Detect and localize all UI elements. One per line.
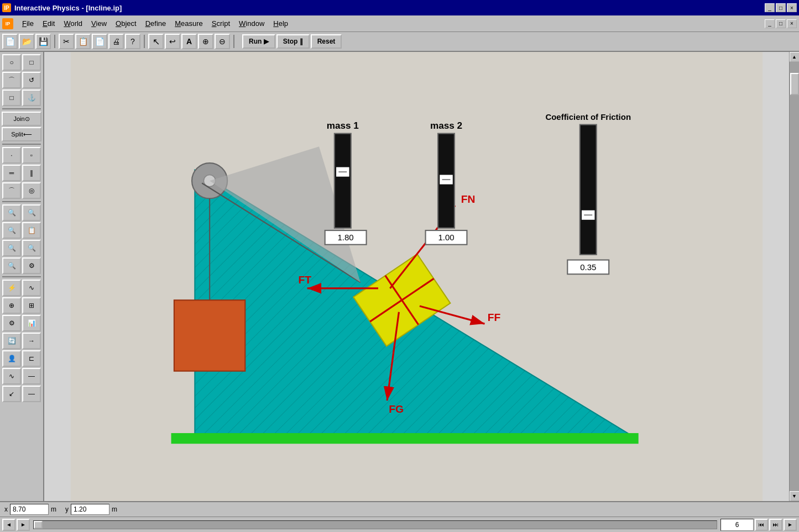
svg-rect-25 [335, 134, 351, 228]
measure-tool-3[interactable]: ⊕ [2, 297, 21, 314]
track-tool-7[interactable]: 🔍 [2, 257, 21, 274]
track-tool-6[interactable]: 🔍 [22, 240, 41, 256]
dash-tool[interactable]: — [22, 368, 41, 384]
step-back-button[interactable]: ⏮ [755, 519, 768, 531]
right-scrollbar[interactable]: ▲ ▼ [789, 52, 799, 501]
hline-tool[interactable]: ═ [2, 165, 21, 181]
gear-icon[interactable]: ⚙ [22, 257, 41, 274]
menu-file[interactable]: File [18, 17, 38, 30]
new-button[interactable]: 📄 [2, 34, 18, 49]
scroll-thumb-horizontal[interactable] [34, 521, 43, 529]
measure-tool-4[interactable]: ⊞ [22, 297, 41, 314]
scroll-track-horizontal[interactable] [33, 520, 717, 529]
square-tool[interactable]: □ [2, 89, 21, 106]
zoom-out-tool[interactable]: ⊖ [215, 34, 230, 49]
copy-button[interactable]: 📋 [75, 34, 91, 49]
anchor-tool[interactable]: ⚓ [22, 89, 41, 106]
scroll-left-button[interactable]: ◄ [2, 519, 15, 531]
wave-tool[interactable]: ∿ [2, 368, 21, 384]
scroll-thumb-vertical[interactable] [790, 73, 799, 95]
scroll-down-button[interactable]: ▼ [790, 491, 800, 501]
bracket-tool[interactable]: ⊏ [22, 350, 41, 367]
app-menu-icon[interactable]: IP [2, 18, 13, 29]
step-forward-button[interactable]: ⏭ [769, 519, 782, 531]
minimize-button[interactable]: _ [765, 3, 775, 12]
target-tool[interactable]: ◎ [22, 182, 41, 199]
chart-tool[interactable]: 📊 [22, 315, 41, 331]
menu-bar: IP File Edit World View Object Define Me… [0, 15, 799, 32]
left-toolbar: ○ □ ⌒ ↺ □ ⚓ Join⊙ Split⟵ · ▫ ═ ‖ ⌒ ◎ 🔍 [0, 52, 44, 501]
y-label: y [65, 505, 69, 513]
help-button[interactable]: ? [125, 34, 140, 49]
menu-restore-button[interactable]: □ [776, 19, 786, 28]
play-forward-button[interactable]: ► [17, 519, 30, 531]
circle-tool[interactable]: ○ [2, 54, 21, 71]
print-button[interactable]: 🖨 [108, 34, 124, 49]
scroll-right-button[interactable]: ► [784, 519, 797, 531]
text-tool[interactable]: A [181, 34, 197, 49]
arrow-tool[interactable]: → [22, 333, 41, 349]
y-value-input[interactable] [71, 504, 109, 515]
cut-button[interactable]: ✂ [59, 34, 74, 49]
menu-close-button[interactable]: × [787, 19, 797, 28]
rotate-tool[interactable]: ↺ [22, 72, 41, 88]
lt-separator-2 [2, 144, 41, 145]
track-tool-3[interactable]: 🔍 [2, 222, 21, 239]
stop-button[interactable]: Stop ‖ [276, 34, 310, 49]
toolbar-separator-1 [54, 35, 55, 48]
measure-tool-2[interactable]: ∿ [22, 280, 41, 296]
lt-separator-1 [2, 108, 41, 109]
menu-measure[interactable]: Measure [170, 17, 207, 30]
menu-minimize-button[interactable]: _ [765, 19, 775, 28]
vline-tool[interactable]: ‖ [22, 165, 41, 181]
save-button[interactable]: 💾 [35, 34, 51, 49]
menu-world[interactable]: World [59, 17, 87, 30]
corner-tool[interactable]: ↙ [2, 386, 21, 402]
run-controls: Run ▶ Stop ‖ Reset [242, 34, 342, 49]
reset-button[interactable]: Reset [311, 34, 342, 49]
menu-object[interactable]: Object [111, 17, 141, 30]
curve-tool[interactable]: ⌒ [2, 72, 21, 88]
scroll-track-vertical[interactable] [790, 62, 800, 491]
menu-bar-controls[interactable]: _ □ × [765, 19, 797, 28]
physics-canvas[interactable]: FN FT FF FG mass 1 [44, 52, 789, 501]
person-tool[interactable]: 👤 [2, 350, 21, 367]
menu-define[interactable]: Define [141, 17, 171, 30]
svg-text:mass 1: mass 1 [327, 120, 359, 131]
x-value-input[interactable] [10, 504, 49, 515]
maximize-button[interactable]: □ [776, 3, 786, 12]
arc-tool[interactable]: ⌒ [2, 182, 21, 199]
frame-display: 6 [720, 519, 754, 531]
line-tool[interactable]: — [22, 386, 41, 402]
undo-tool[interactable]: ↩ [165, 34, 180, 49]
svg-text:FG: FG [389, 403, 404, 415]
title-bar-controls[interactable]: _ □ × [765, 3, 797, 12]
point-tool[interactable]: · [2, 147, 21, 164]
select-tool[interactable]: ↖ [148, 34, 164, 49]
menu-help[interactable]: Help [269, 17, 293, 30]
zoom-in-tool[interactable]: ⊕ [198, 34, 213, 49]
measure-tool-1[interactable]: ⚡ [2, 280, 21, 296]
paste-button[interactable]: 📄 [92, 34, 107, 49]
track-tool-2[interactable]: 🔍 [22, 204, 41, 221]
toolbar: 📄 📂 💾 ✂ 📋 📄 🖨 ? ↖ ↩ A ⊕ ⊖ Run ▶ Stop ‖ R… [0, 32, 799, 52]
rect-tool[interactable]: □ [22, 54, 41, 71]
join-button[interactable]: Join⊙ [2, 112, 41, 126]
track-tool-1[interactable]: 🔍 [2, 204, 21, 221]
menu-edit[interactable]: Edit [38, 17, 59, 30]
run-button[interactable]: Run ▶ [242, 34, 275, 49]
menu-script[interactable]: Script [207, 17, 234, 30]
lt-separator-4 [2, 276, 41, 277]
square-small-tool[interactable]: ▫ [22, 147, 41, 164]
rotate-tool-2[interactable]: 🔄 [2, 333, 21, 349]
menu-view[interactable]: View [87, 17, 111, 30]
menu-window[interactable]: Window [234, 17, 269, 30]
open-button[interactable]: 📂 [19, 34, 34, 49]
split-button[interactable]: Split⟵ [2, 127, 41, 141]
toolbar-separator-3 [233, 35, 234, 48]
gear-tool-1[interactable]: ⚙ [2, 315, 21, 331]
scroll-up-button[interactable]: ▲ [790, 52, 800, 62]
track-tool-4[interactable]: 📋 [22, 222, 41, 239]
close-button[interactable]: × [787, 3, 797, 12]
track-tool-5[interactable]: 🔍 [2, 240, 21, 256]
